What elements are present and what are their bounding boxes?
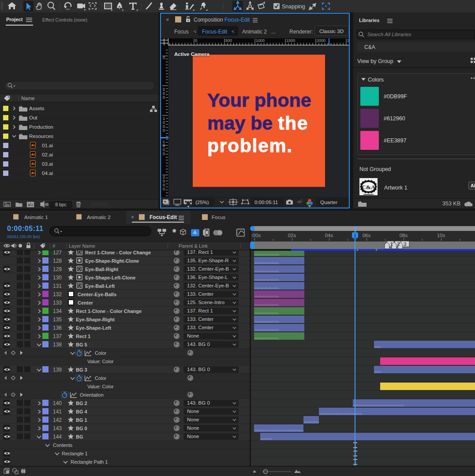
svg-text:(25%): (25%)	[195, 200, 209, 205]
svg-text:0: 0	[195, 38, 197, 43]
svg-text:#: #	[52, 243, 56, 249]
svg-text:C&A: C&A	[362, 184, 375, 190]
svg-text:Layer Name: Layer Name	[69, 243, 95, 249]
svg-text:2000: 2000	[317, 38, 325, 43]
svg-text:0: 0	[163, 56, 165, 60]
svg-text:Parent & Link: Parent & Link	[179, 243, 208, 249]
svg-text:500: 500	[225, 38, 232, 43]
svg-text:1: 1	[390, 242, 393, 247]
svg-text:1500: 1500	[286, 38, 295, 43]
svg-text:2: 2	[347, 38, 349, 43]
svg-text:0: 0	[163, 128, 165, 133]
svg-text:3: 3	[404, 242, 406, 247]
svg-text:0: 0	[163, 95, 165, 100]
svg-text:Quarter: Quarter	[320, 200, 337, 205]
svg-text:1000: 1000	[256, 38, 265, 43]
svg-text:0: 0	[163, 152, 165, 156]
svg-text:0:00:05:11: 0:00:05:11	[254, 200, 278, 205]
svg-text:Snapping: Snapping	[282, 4, 305, 10]
svg-text:8 bpc: 8 bpc	[55, 202, 67, 207]
svg-text:0: 0	[163, 187, 165, 191]
svg-text:2: 2	[397, 242, 400, 247]
